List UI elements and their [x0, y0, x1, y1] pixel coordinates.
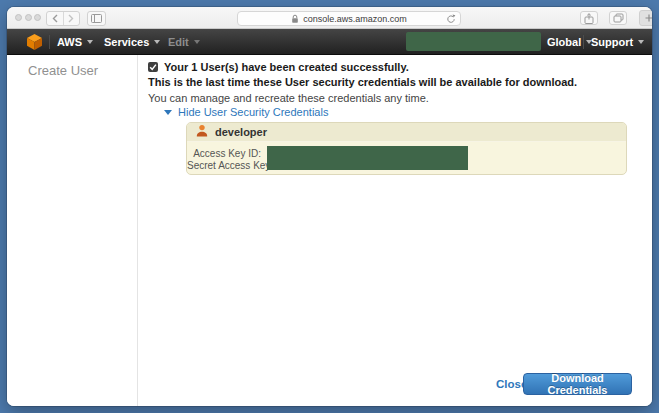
minimize-window-button[interactable] — [25, 14, 32, 21]
sidebar-divider — [137, 55, 138, 406]
zoom-window-button[interactable] — [34, 14, 41, 21]
credential-username: developer — [215, 126, 267, 138]
warning-message: This is the last time these User securit… — [148, 76, 577, 88]
browser-window: console.aws.amazon.com AWS Services — [7, 7, 652, 406]
nav-divider — [49, 35, 50, 49]
download-credentials-button[interactable]: Download Credentials — [523, 373, 632, 395]
url-text: console.aws.amazon.com — [303, 14, 407, 24]
secret-key-label: Secret Access Key: — [187, 160, 261, 171]
back-button[interactable] — [47, 12, 64, 25]
nav-menu-global-label: Global — [547, 36, 581, 48]
aws-navbar: AWS Services Edit Global Support — [7, 29, 652, 55]
sidebar-toggle-button[interactable] — [87, 11, 106, 26]
chevron-down-icon — [87, 40, 93, 44]
nav-menu-aws-label: AWS — [57, 36, 82, 48]
redacted-credentials-value — [267, 146, 468, 170]
nav-divider — [583, 35, 584, 49]
nav-menu-services[interactable]: Services — [104, 29, 160, 55]
close-window-button[interactable] — [15, 14, 22, 21]
redacted-account-name — [406, 32, 541, 51]
success-message-row: Your 1 User(s) have been created success… — [148, 61, 409, 73]
reload-button[interactable] — [446, 14, 456, 26]
address-bar[interactable]: console.aws.amazon.com — [237, 11, 461, 26]
new-tab-button[interactable] — [639, 10, 652, 26]
checkbox-checked-icon — [148, 62, 158, 72]
success-message: Your 1 User(s) have been created success… — [164, 61, 409, 73]
share-button[interactable] — [580, 11, 598, 25]
page-title: Create User — [28, 63, 98, 78]
tab-overview-button[interactable] — [609, 11, 627, 25]
credentials-panel-header: developer — [187, 123, 626, 142]
chevron-down-icon — [638, 40, 644, 44]
forward-button[interactable] — [64, 12, 80, 25]
sidebar-icon — [91, 14, 102, 23]
history-nav-group — [46, 11, 80, 26]
user-icon — [196, 123, 208, 141]
chevron-down-icon — [154, 40, 160, 44]
disclosure-triangle-icon — [164, 110, 172, 115]
manage-note: You can manage and recreate these creden… — [148, 92, 429, 104]
chevron-left-icon — [52, 14, 58, 23]
aws-logo-icon[interactable] — [27, 34, 42, 54]
nav-menu-support-label: Support — [591, 36, 633, 48]
hide-credentials-link[interactable]: Hide User Security Credentials — [164, 106, 328, 118]
hide-credentials-link-label: Hide User Security Credentials — [178, 106, 328, 118]
nav-menu-services-label: Services — [104, 36, 149, 48]
nav-menu-aws[interactable]: AWS — [57, 29, 93, 55]
plus-icon — [645, 14, 652, 22]
tabs-icon — [613, 13, 624, 23]
nav-menu-global[interactable]: Global — [547, 29, 592, 55]
nav-menu-edit[interactable]: Edit — [168, 29, 200, 55]
chevron-down-icon — [194, 40, 200, 44]
nav-menu-support[interactable]: Support — [591, 29, 644, 55]
access-key-label: Access Key ID: — [187, 148, 261, 159]
credentials-panel: developer Access Key ID: Secret Access K… — [186, 122, 627, 175]
browser-toolbar: console.aws.amazon.com — [7, 7, 652, 29]
lock-icon — [291, 14, 299, 24]
page-content: Create User Your 1 User(s) have been cre… — [7, 55, 652, 406]
chevron-right-icon — [68, 14, 74, 23]
share-icon — [584, 13, 594, 24]
nav-menu-edit-label: Edit — [168, 36, 189, 48]
